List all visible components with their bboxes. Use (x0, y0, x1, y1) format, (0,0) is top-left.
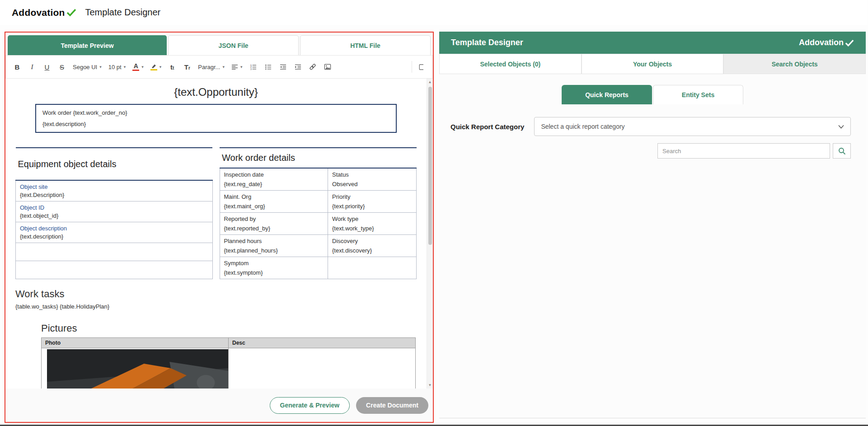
link-button[interactable] (307, 60, 319, 74)
work-order-box: Work order {text.work_order_no} {text.de… (35, 104, 397, 133)
designer-header: Template Designer Addovation (439, 32, 866, 54)
editor-scrollbar[interactable]: ▲ ▼ (427, 79, 433, 389)
font-family-value: Segoe UI (73, 64, 97, 70)
field-token: {text.maint_org} (224, 203, 324, 210)
tab-html-file[interactable]: HTML File (300, 35, 431, 55)
chevron-down-icon: ▾ (222, 65, 225, 69)
create-document-button[interactable]: Create Document (356, 397, 428, 414)
field-label: Reported by (224, 215, 324, 222)
machinery-photo (47, 349, 228, 389)
brand-name: Addovation (799, 38, 844, 47)
bold-button[interactable]: B (11, 60, 23, 74)
equipment-details-table: Equipment object details Object site {te… (15, 147, 213, 279)
underline-button[interactable]: U (41, 60, 53, 74)
tab-entity-sets[interactable]: Entity Sets (653, 85, 743, 104)
brand-check-icon (66, 9, 76, 16)
table-row: Inspection date{text.reg_date} StatusObs… (220, 168, 417, 191)
category-select-value: Select a quick report category (541, 123, 624, 130)
designer-title: Template Designer (451, 38, 523, 47)
uppercase-button[interactable]: Tr (181, 60, 193, 74)
app-header: Addovation Template Designer (0, 0, 868, 25)
work-order-table-header: Work order details (220, 148, 417, 168)
field-token: {text.symptom} (224, 269, 324, 276)
report-sub-tabs: Quick Reports Entity Sets (439, 85, 866, 104)
indent-button[interactable] (292, 60, 304, 74)
align-left-icon (231, 64, 238, 70)
chevron-down-icon: ▾ (99, 65, 102, 69)
table-row: Object description {text.description} (16, 222, 213, 243)
field-label: Discovery (332, 238, 412, 244)
search-objects-body: Quick Reports Entity Sets Quick Report C… (439, 74, 866, 418)
page-title: Template Designer (85, 7, 161, 18)
insert-image-button[interactable] (322, 60, 333, 74)
chevron-down-icon: ▾ (141, 65, 144, 69)
pictures-heading: Pictures (41, 323, 417, 334)
chevron-down-icon: ▾ (124, 65, 126, 69)
doc-title-token: {text.Opportunity} (15, 86, 417, 98)
table-row: Object ID {text.object_id} (16, 201, 213, 222)
tab-search-objects[interactable]: Search Objects (723, 54, 866, 74)
quick-report-category-select[interactable]: Select a quick report category (534, 117, 851, 136)
app-logo: Addovation (12, 7, 76, 18)
table-row: Maint. Org{text.maint_org} Priority{text… (220, 191, 417, 213)
left-tab-bar: Template Preview JSON File HTML File (5, 33, 433, 55)
tab-quick-reports[interactable]: Quick Reports (562, 85, 652, 104)
outdent-button[interactable] (277, 60, 289, 74)
search-button[interactable] (833, 143, 851, 159)
field-token: {text.description} (20, 233, 208, 240)
work-order-line: Work order {text.work_order_no} (42, 109, 389, 116)
more-tools-button[interactable] (415, 60, 427, 74)
font-size-select[interactable]: 10 pt ▾ (107, 60, 127, 74)
text-color-button[interactable]: A ▾ (131, 60, 145, 74)
field-label: Inspection date (224, 171, 324, 178)
brand-name: Addovation (12, 7, 65, 18)
scroll-down-icon[interactable]: ▼ (427, 383, 433, 387)
work-order-details-table: Work order details Inspection date{text.… (220, 147, 417, 279)
table-row: Object site {text.Description} (16, 180, 213, 201)
search-icon (838, 147, 846, 155)
table-tokens: {table.wo_tasks} {table.HolidayPlan} (15, 303, 417, 310)
field-token: {text.work_type} (332, 225, 412, 232)
highlight-color-button[interactable]: ▾ (149, 60, 164, 74)
field-label: Object site (20, 183, 208, 190)
field-label: Symptom (224, 260, 324, 267)
field-token: {text.priority} (332, 203, 412, 210)
scroll-up-icon[interactable]: ▲ (427, 80, 433, 84)
paragraph-format-select[interactable]: Paragr... ▾ (196, 60, 226, 74)
table-row (42, 348, 416, 389)
align-button[interactable]: ▾ (230, 60, 244, 74)
indent-icon (295, 64, 301, 70)
field-label: Object ID (20, 204, 208, 211)
field-label: Priority (332, 193, 412, 200)
tab-template-preview[interactable]: Template Preview (8, 35, 167, 55)
chevron-down-icon (838, 125, 844, 129)
search-row (439, 143, 851, 159)
ordered-list-button[interactable]: 123 (247, 60, 259, 74)
field-value: Observed (332, 181, 412, 187)
template-designer-panel: Template Designer Addovation Selected Ob… (439, 32, 866, 418)
table-row (16, 243, 213, 261)
document-editor[interactable]: {text.Opportunity} Work order {text.work… (5, 79, 433, 389)
category-row: Quick Report Category Select a quick rep… (450, 117, 851, 136)
table-row (16, 261, 213, 279)
search-input[interactable] (657, 143, 830, 159)
tab-json-file[interactable]: JSON File (168, 35, 299, 55)
tab-your-objects[interactable]: Your Objects (582, 54, 724, 74)
font-family-select[interactable]: Segoe UI ▾ (71, 60, 103, 74)
unordered-list-button[interactable] (262, 60, 274, 74)
italic-button[interactable]: I (26, 60, 38, 74)
strikethrough-button[interactable]: S (56, 60, 68, 74)
outdent-icon (280, 64, 286, 70)
field-token: {text.reported_by} (224, 225, 324, 232)
table-row: Reported by{text.reported_by} Work type{… (220, 213, 417, 235)
unordered-list-icon (265, 64, 272, 70)
table-row: Symptom{text.symptom} (220, 257, 417, 279)
lowercase-button[interactable]: tt (166, 60, 178, 74)
generate-preview-button[interactable]: Generate & Preview (270, 397, 350, 414)
highlighter-icon (150, 63, 157, 70)
editor-toolbar: B I U S Segoe UI ▾ 10 pt ▾ A ▾ ▾ tt Tr (5, 55, 433, 79)
scrollbar-thumb[interactable] (428, 87, 432, 245)
pictures-table: Photo Desc (41, 337, 416, 389)
category-label: Quick Report Category (450, 123, 524, 131)
tab-selected-objects[interactable]: Selected Objects (0) (439, 54, 582, 74)
